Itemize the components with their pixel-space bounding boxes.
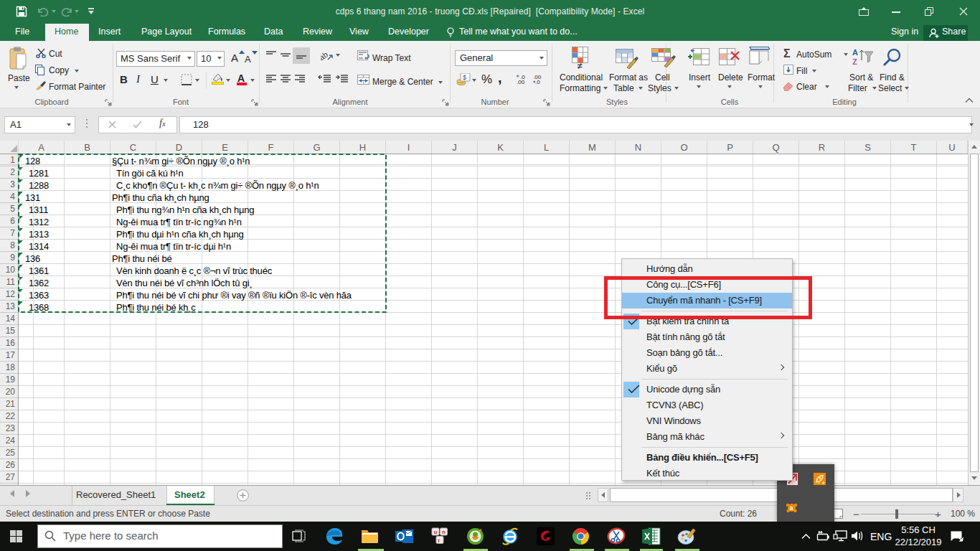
svg-text:.0: .0 xyxy=(535,79,540,85)
svg-text:ab: ab xyxy=(321,50,329,62)
svg-text:≠: ≠ xyxy=(578,61,583,70)
svg-text:Z: Z xyxy=(852,57,857,66)
svg-text:.0: .0 xyxy=(520,74,525,80)
svg-text:u: u xyxy=(434,529,438,535)
svg-text:A: A xyxy=(852,48,858,57)
svg-text:i: i xyxy=(438,537,440,544)
svg-text:n: n xyxy=(442,529,446,535)
svg-text:$: $ xyxy=(463,74,466,81)
